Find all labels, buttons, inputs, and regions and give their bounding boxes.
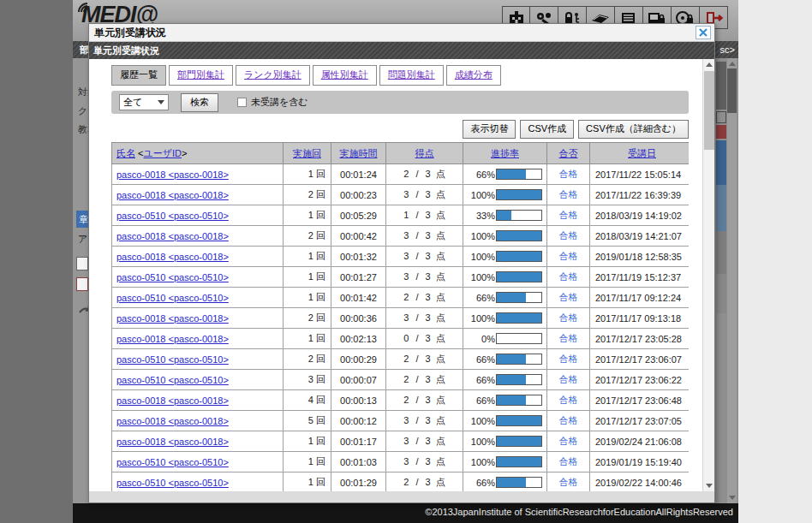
tab-属性別集計[interactable]: 属性別集計: [313, 65, 377, 86]
score-separator: /: [415, 395, 418, 405]
user-link[interactable]: pasco-0018 <pasco-0018>: [116, 169, 229, 180]
result-link[interactable]: 合格: [559, 251, 578, 261]
result-link[interactable]: 合格: [559, 374, 578, 384]
result-link[interactable]: 合格: [559, 436, 578, 446]
sort-result-link[interactable]: 合否: [559, 148, 578, 158]
tab-link[interactable]: 部門別集計: [177, 69, 224, 80]
cell-time: 00:01:03: [331, 452, 386, 472]
user-link[interactable]: pasco-0510 <pasco-0510>: [116, 272, 229, 282]
tab-link[interactable]: 属性別集計: [321, 69, 368, 80]
result-link[interactable]: 合格: [559, 477, 578, 487]
user-link[interactable]: pasco-0018 <pasco-0018>: [116, 231, 229, 241]
tab-link[interactable]: 成績分布: [455, 69, 493, 80]
modal-scrollbar-thumb[interactable]: [704, 71, 714, 150]
progress-bar: [496, 210, 542, 221]
score-unit: 点: [436, 374, 445, 384]
cell-progress: 100%: [463, 185, 547, 205]
user-link[interactable]: pasco-0018 <pasco-0018>: [116, 416, 229, 426]
user-link[interactable]: pasco-0018 <pasco-0018>: [116, 334, 229, 344]
cell-score: 3/3点: [386, 267, 463, 288]
score-unit: 点: [436, 354, 445, 364]
score-unit: 点: [436, 189, 445, 199]
sort-time-link[interactable]: 実施時間: [340, 148, 378, 158]
scroll-down-icon[interactable]: [727, 492, 737, 503]
user-link[interactable]: pasco-0018 <pasco-0018>: [116, 313, 229, 324]
filter-select[interactable]: 全て: [119, 94, 169, 110]
page-scrollbar-thumb[interactable]: [727, 68, 737, 113]
sidebar-chapter-selected[interactable]: 章: [76, 211, 89, 228]
sort-score-link[interactable]: 得点: [415, 148, 434, 158]
action-button[interactable]: 表示切替: [463, 120, 516, 139]
result-link[interactable]: 合格: [559, 333, 578, 343]
result-link[interactable]: 合格: [559, 210, 578, 220]
result-link[interactable]: 合格: [559, 354, 578, 364]
result-link[interactable]: 合格: [559, 230, 578, 241]
progress-label: 100%: [471, 231, 495, 241]
modal-hscrollbar[interactable]: [89, 491, 714, 502]
user-link[interactable]: pasco-0510 <pasco-0510>: [116, 293, 229, 303]
sort-date-link[interactable]: 受講日: [628, 148, 656, 158]
score-total: 3: [426, 395, 431, 405]
result-link[interactable]: 合格: [559, 312, 578, 323]
user-link[interactable]: pasco-0510 <pasco-0510>: [116, 478, 229, 488]
tab-link[interactable]: ランク別集計: [244, 69, 302, 80]
user-link[interactable]: pasco-0510 <pasco-0510>: [116, 211, 229, 221]
result-link[interactable]: 合格: [559, 456, 578, 467]
sidebar-text-button[interactable]: [76, 257, 88, 270]
result-link[interactable]: 合格: [559, 292, 578, 302]
search-button[interactable]: 検索: [181, 93, 218, 112]
tab-ランク別集計[interactable]: ランク別集計: [236, 65, 310, 86]
result-link[interactable]: 合格: [559, 415, 578, 425]
close-icon[interactable]: [696, 26, 711, 39]
tab-成績分布[interactable]: 成績分布: [446, 65, 501, 86]
tab-問題別集計[interactable]: 問題別集計: [379, 65, 444, 86]
score-unit: 点: [436, 169, 445, 179]
user-link[interactable]: pasco-0018 <pasco-0018>: [116, 252, 229, 262]
tab-部門別集計[interactable]: 部門別集計: [169, 65, 233, 86]
progress-fill: [497, 437, 541, 446]
result-link[interactable]: 合格: [559, 271, 578, 282]
user-link[interactable]: pasco-0018 <pasco-0018>: [116, 190, 229, 200]
header-name: 氏名 <ユーザID>: [112, 143, 284, 164]
scroll-up-icon[interactable]: [703, 59, 715, 70]
result-link[interactable]: 合格: [559, 189, 578, 199]
background-content-block: [716, 62, 726, 110]
sort-progress-link[interactable]: 進捗率: [491, 148, 519, 158]
user-link[interactable]: pasco-0510 <pasco-0510>: [116, 354, 229, 365]
sidebar-test-button[interactable]: [76, 277, 88, 291]
cell-progress: 66%: [463, 472, 547, 493]
action-button[interactable]: CSV作成: [520, 120, 574, 139]
table-row: pasco-0018 <pasco-0018>1 回00:01:242/3点66…: [112, 164, 690, 185]
progress-fill: [497, 313, 541, 323]
sort-round-link[interactable]: 実施回: [293, 148, 321, 158]
page-scrollbar[interactable]: [727, 58, 737, 503]
score-total: 3: [426, 292, 431, 302]
score-total: 3: [426, 415, 431, 425]
action-button[interactable]: CSV作成（詳細含む）: [578, 120, 689, 139]
result-link[interactable]: 合格: [559, 169, 578, 179]
cell-round: 2 回: [284, 308, 331, 329]
cell-time: 00:05:29: [331, 205, 386, 226]
progress-bar: [496, 374, 542, 385]
scroll-down-icon[interactable]: [703, 480, 715, 491]
cell-progress: 100%: [463, 452, 547, 472]
results-table-wrap: 氏名 <ユーザID> 実施回 実施時間 得点 進捗率 合否 受講日 pasco-…: [111, 142, 689, 502]
score-unit: 点: [436, 436, 445, 446]
tab-link[interactable]: 問題別集計: [388, 69, 435, 80]
user-link[interactable]: pasco-0018 <pasco-0018>: [116, 437, 229, 447]
cell-time: 00:00:23: [331, 185, 386, 205]
result-link[interactable]: 合格: [559, 395, 578, 405]
include-unattended-checkbox[interactable]: [237, 98, 247, 107]
tab-履歴一覧[interactable]: 履歴一覧: [111, 65, 166, 86]
cell-user: pasco-0510 <pasco-0510>: [112, 267, 284, 288]
user-link[interactable]: pasco-0018 <pasco-0018>: [116, 395, 229, 406]
user-link[interactable]: pasco-0510 <pasco-0510>: [116, 457, 229, 467]
score-separator: /: [415, 456, 418, 467]
modal-scrollbar[interactable]: [702, 59, 714, 491]
cell-user: pasco-0018 <pasco-0018>: [112, 431, 284, 452]
sort-name-link[interactable]: 氏名: [116, 148, 135, 158]
sort-userid-link[interactable]: ユーザID: [143, 148, 182, 158]
cell-date: 2017/11/19 15:12:37: [590, 267, 690, 288]
user-link[interactable]: pasco-0510 <pasco-0510>: [116, 375, 229, 385]
cell-user: pasco-0510 <pasco-0510>: [112, 205, 284, 226]
